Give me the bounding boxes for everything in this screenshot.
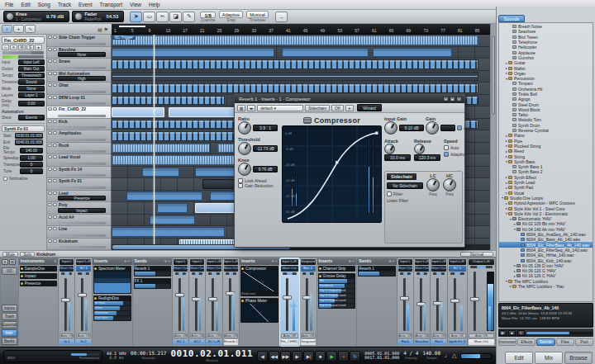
split-tool[interactable]: ✂ (156, 12, 169, 22)
paint-tool[interactable]: ✎ (183, 12, 195, 22)
menu-item-help[interactable]: Help (149, 2, 159, 7)
pan-control[interactable] (416, 272, 427, 275)
io-button[interactable]: I/O (2, 267, 17, 275)
channel-strip-sc-l-r[interactable]: Input L+RMain OutAuto: OffSC L+R (206, 258, 221, 346)
mixer-tool-icon[interactable]: ≡ (2, 259, 8, 265)
track-lane[interactable] (112, 71, 490, 83)
mute-button[interactable] (48, 191, 52, 195)
automation-mode-button[interactable]: Auto: Off (449, 333, 466, 338)
timeline-ruler[interactable]: 1591317212529333741454953576165697377818… (112, 24, 490, 35)
solo-button[interactable] (53, 59, 57, 63)
channel-strip-synth-fx-14[interactable]: Input L+RSC 1Auto: OffSynth Fx 14 (448, 258, 467, 346)
track-value-display[interactable]: Impact (58, 208, 106, 213)
loop-range-bracket[interactable] (119, 26, 145, 27)
clip-label-tag[interactable]: SC Trigger (112, 35, 136, 40)
mute-button[interactable] (48, 96, 52, 99)
channel-strip-rock[interactable]: Input L+RMain OutAuto: OffRock (431, 258, 446, 346)
mute-button[interactable] (48, 168, 52, 171)
panel-buttons[interactable]: + − (349, 258, 355, 265)
console-section-inputs[interactable]: Inputs (2, 305, 17, 312)
channel-name[interactable]: In 1 (60, 339, 74, 345)
output-select[interactable]: Main Out (281, 266, 298, 272)
track-header-synth-fx-01[interactable]: Synth Fx 01 (47, 178, 111, 191)
return-to-zero-button[interactable]: ▶| (303, 351, 314, 362)
instrument-item[interactable]: SampleOne (20, 266, 58, 272)
bypass-button[interactable]: Off (331, 105, 344, 111)
automation-mode-button[interactable]: Auto: Off (281, 333, 298, 338)
pan-control[interactable] (450, 272, 464, 275)
inspector-toggle[interactable]: i (2, 25, 12, 33)
solo-button[interactable] (53, 215, 57, 219)
pan-control[interactable] (78, 272, 88, 275)
field-value[interactable]: None (18, 86, 45, 92)
preview-stop-button[interactable]: ■ (508, 330, 516, 336)
pan-control[interactable] (400, 272, 411, 275)
output-select[interactable]: Main Out (398, 266, 412, 272)
pan-control[interactable] (302, 272, 314, 275)
track-header-rock[interactable]: Rock (47, 143, 111, 155)
output-select[interactable]: Main Out (207, 266, 221, 272)
mute-button[interactable] (48, 107, 52, 111)
track-header-fm-chrd-22[interactable]: Fm_CHRD_22 (47, 106, 111, 119)
marker-flag-icon[interactable]: ⚑ (104, 26, 108, 32)
output-select[interactable]: Main Out (60, 266, 74, 272)
mute-button[interactable] (48, 59, 52, 63)
channel-name[interactable]: Rock (398, 339, 412, 345)
field-value[interactable]: Timestretch (18, 73, 45, 78)
track-header-poly[interactable]: PolyImpact (47, 202, 111, 215)
panel-buttons[interactable]: ≡ (55, 258, 57, 265)
performance-monitor[interactable]: MIDI Performance (3, 350, 102, 362)
power-dot-icon[interactable] (21, 282, 23, 285)
send-level[interactable] (135, 284, 171, 288)
loop-range-display[interactable]: 0005.01.01.000 0017.01.01.000 (364, 352, 399, 361)
checkbox-icon[interactable] (3, 177, 7, 181)
browser-tab-sounds[interactable]: Sounds (536, 338, 555, 346)
pan-control[interactable] (208, 272, 219, 275)
audio-clip[interactable] (112, 227, 225, 237)
menu-item-track[interactable]: Track (58, 2, 71, 7)
field-value[interactable]: 0040.01.01.000 (15, 139, 43, 145)
instrument-item[interactable]: Presence (20, 281, 58, 286)
fader-handle[interactable] (450, 299, 459, 303)
menu-item-view[interactable]: View (130, 2, 141, 7)
mixer-tool-icon[interactable]: ⊞ (9, 259, 16, 265)
auto-gain-checkbox[interactable]: ✓Auto (457, 125, 472, 130)
mute-button[interactable] (48, 179, 52, 182)
field-value[interactable]: Main Out (18, 66, 45, 72)
layers-icon[interactable]: ▤ (98, 26, 102, 32)
device-slider[interactable]: Tap 4 Output Level (319, 304, 355, 308)
play-button[interactable]: ▶ (326, 351, 337, 362)
automation-mode-button[interactable]: Auto: Off (207, 333, 221, 338)
device-slider[interactable]: Tap 2 Output Level (319, 294, 355, 298)
timesig-display[interactable]: 4 / 4 Timesig (403, 351, 418, 360)
solo-button[interactable] (53, 144, 57, 147)
playhead[interactable] (154, 35, 155, 244)
channel-strip-sc-1[interactable]: Input LMain OutAuto: OffSC 1 (173, 258, 188, 346)
power-dot-icon[interactable] (319, 267, 321, 270)
channel-name[interactable]: SC 1 (174, 339, 188, 345)
output-select[interactable]: Bus 1 (301, 266, 316, 272)
browser-tab-instruments[interactable]: Instruments (498, 338, 516, 346)
power-dot-icon[interactable] (94, 267, 97, 270)
plugin-header-display[interactable]: Wizard (357, 104, 382, 111)
mute-button[interactable]: Mute (2, 252, 18, 257)
release-knob[interactable] (414, 144, 425, 154)
browser-tab-files[interactable]: Files (556, 338, 574, 346)
field-value[interactable]: 0030.01.01.000 (15, 133, 43, 139)
automation-mode-button[interactable]: Auto: Off (190, 333, 204, 338)
track-header-synth-fx-14[interactable]: Synth Fx 14 (47, 167, 111, 179)
plugin-window-compressor[interactable]: Reverb 1 - Inserts - 1 - Compressor ▾■× … (234, 93, 465, 248)
quantize-value[interactable]: 1/8 (200, 12, 215, 18)
prev-marker-button[interactable]: ◀ (257, 351, 268, 362)
preview-volume-slider[interactable] (526, 332, 593, 334)
send-item[interactable]: Reverb 1 (358, 266, 396, 277)
automation-mode-button[interactable]: Auto: Off (398, 333, 412, 338)
field-value[interactable]: 0 (20, 168, 43, 174)
mute-button[interactable] (48, 155, 52, 158)
audio-clip[interactable] (282, 48, 369, 58)
track-header-acid-a-[interactable]: Acid A# (47, 215, 111, 227)
panel-buttons[interactable]: + − (124, 258, 130, 265)
fader-handle[interactable] (283, 295, 292, 300)
device-slider[interactable]: Feedback (319, 284, 355, 288)
track-header-mid-automation[interactable]: Mid AutomationHigh (47, 71, 111, 83)
